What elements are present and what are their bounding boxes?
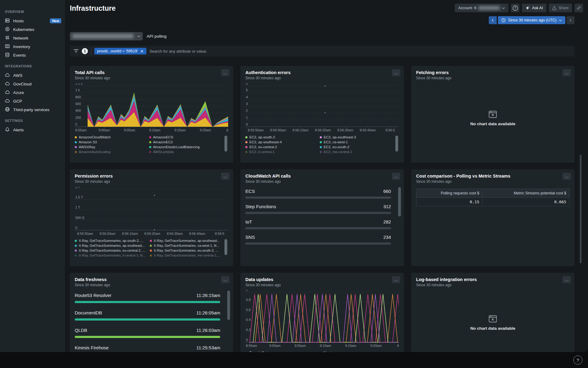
sidebar-item-hosts[interactable]: Hosts New: [0, 17, 65, 25]
legend-item[interactable]: EC2, ap-south-2: [245, 135, 317, 139]
sidebar-item-label: Inventory: [13, 44, 30, 49]
card-menu-button[interactable]: …: [563, 173, 571, 180]
legend-dot: [150, 254, 152, 257]
svg-text:0: 0: [246, 122, 248, 126]
legend-item[interactable]: X-Ray, GetTraceSummaries, ap-southeast..…: [75, 244, 147, 247]
sidebar-item-govcloud[interactable]: GovCloud: [0, 80, 65, 88]
legend-item[interactable]: EC2, eu-central-2: [245, 145, 317, 149]
sidebar-section-settings: SETTINGS: [5, 119, 65, 122]
legend-item[interactable]: X-Ray, GetTraceSummaries, ap-south-2, ..…: [75, 239, 147, 242]
legend-item[interactable]: EC2, eu-south-2: [320, 145, 391, 149]
card-menu-button[interactable]: …: [221, 69, 229, 76]
bar-label: IoT: [245, 219, 252, 224]
legend-item[interactable]: AWSLambda: [149, 150, 221, 154]
sidebar-item-label: Azure: [13, 90, 24, 95]
legend-item[interactable]: EC2, ca-west-1: [320, 140, 391, 144]
legend-label: AWSXRay: [79, 145, 95, 149]
legend-scrollbar-thumb[interactable]: [395, 136, 398, 152]
search-input[interactable]: [149, 49, 571, 54]
sidebar-item-alerts[interactable]: Alerts: [0, 126, 65, 134]
legend-label: EC2, ap-southeast-3: [324, 135, 356, 139]
sidebar-item-gcp[interactable]: GCP: [0, 97, 65, 105]
legend-dot: [75, 151, 77, 153]
legend-item[interactable]: AmazonECS: [149, 135, 221, 139]
account-dropdown[interactable]: Account: 6: [455, 4, 508, 12]
legend-label: X-Ray, GetTraceSummaries, ap-south-2, ..…: [79, 239, 143, 242]
sidebar-item-kubernetes[interactable]: Kubernetes: [0, 25, 65, 34]
legend-item[interactable]: AmazonEC2: [149, 140, 221, 144]
card-scrollbar-thumb[interactable]: [227, 291, 230, 320]
legend-item[interactable]: AmazonCloudWatch: [75, 135, 146, 139]
chevron-down-icon: [559, 19, 562, 21]
card-menu-button[interactable]: …: [221, 173, 229, 180]
legend-item[interactable]: AmazonElasticLoadBalancing: [149, 145, 221, 149]
legend-scrollbar-thumb[interactable]: [224, 136, 227, 152]
legend-item[interactable]: X-Ray, GetTraceSummaries, ca-west-1, N..…: [150, 244, 222, 247]
card-subtitle: Since 30 minutes ago: [75, 179, 228, 184]
legend-dot: [150, 240, 152, 242]
sidebar-item-inventory[interactable]: Inventory: [0, 42, 65, 51]
sidebar-item-network[interactable]: Network: [0, 34, 65, 42]
legend-item[interactable]: Amazon S3: [75, 140, 146, 144]
sidebar-item-label: Network: [13, 36, 28, 40]
legend-dot: [75, 245, 77, 247]
legend-item[interactable]: X-Ray, GetTraceSummaries, eu-south-2, ..…: [150, 249, 222, 252]
sidebar-item-aws[interactable]: AWS: [0, 71, 65, 80]
share-button[interactable]: Share: [549, 4, 572, 12]
legend-item[interactable]: X-Ray, GetTraceSummaries, me-central-1,.…: [150, 253, 222, 257]
page-scrollbar-thumb[interactable]: [580, 155, 582, 263]
legend-item[interactable]: EC2, ap-southeast-3: [320, 135, 391, 139]
app-root: OVERVIEW Hosts New Kubernetes Network In…: [0, 0, 588, 368]
legend-item[interactable]: AWSXRay: [75, 145, 146, 149]
legend-item[interactable]: AmazonAutoScaling: [75, 150, 146, 154]
legend-item[interactable]: X-Ray, GetTraceSummaries, eu-central-2, …: [75, 249, 147, 252]
filter-chip[interactable]: provid...ountId = '59519' ✕: [94, 48, 146, 54]
card-menu-button[interactable]: …: [392, 276, 400, 283]
scope-dropdown[interactable]: [70, 32, 143, 40]
card-menu-button[interactable]: …: [392, 173, 400, 180]
dashboard-grid: Total API calls Since 30 minutes ago … 1…: [70, 66, 575, 352]
card-scrollbar-thumb[interactable]: [398, 187, 401, 216]
legend-label: X-Ray, GetTraceSummaries, ca-west-1, N..…: [154, 244, 219, 247]
no-chart-data-icon: [489, 111, 497, 118]
time-range-dropdown[interactable]: Since 30 minutes ago (UTC): [498, 16, 565, 24]
legend-item[interactable]: X-Ray, GetTraceSummaries, ap-southeast..…: [150, 239, 222, 242]
time-prev-button[interactable]: [489, 16, 497, 24]
sidebar-item-label: Hosts: [13, 19, 24, 23]
filter-icon[interactable]: [74, 49, 79, 53]
filter-chip-label: provid...ountId = '59519': [97, 49, 138, 53]
permission-errors-legend: X-Ray, GetTraceSummaries, ap-south-2, ..…: [75, 239, 228, 257]
card-menu-button[interactable]: …: [221, 276, 229, 283]
chip-close-icon[interactable]: ✕: [140, 49, 144, 53]
sidebar-item-events[interactable]: Events: [0, 51, 65, 59]
ask-ai-button[interactable]: Ask AI: [522, 4, 546, 12]
time-next-button[interactable]: [567, 16, 575, 24]
sidebar-item-label: Kubernetes: [13, 27, 34, 32]
svg-text:500 G: 500 G: [75, 216, 85, 220]
legend-item[interactable]: X-Ray, GetTraceSummaries, il-central-1, …: [75, 253, 147, 257]
card-title: Cost comparison - Polling vs Metric Stre…: [416, 174, 570, 178]
sidebar-item-azure[interactable]: Azure: [0, 88, 65, 97]
cloud-icon: [5, 90, 10, 96]
bar-value: 660: [383, 189, 391, 194]
legend-dot: [149, 141, 151, 143]
copy-link-button[interactable]: [575, 4, 583, 12]
card-title: Log-based integration errors: [416, 277, 570, 282]
legend-scrollbar-thumb[interactable]: [224, 239, 227, 255]
help-button[interactable]: ?: [511, 4, 519, 12]
card-menu-button[interactable]: …: [392, 69, 400, 76]
card-menu-button[interactable]: …: [563, 69, 571, 76]
footer-help-button[interactable]: ?: [573, 355, 582, 365]
svg-text:9:05am: 9:05am: [295, 344, 306, 347]
legend-item[interactable]: EC2, il-central-1: [245, 150, 317, 154]
freshness-bar: [75, 318, 220, 321]
legend-dot: [320, 141, 322, 143]
card-menu-button[interactable]: …: [563, 276, 571, 283]
svg-text:8:55am: 8:55am: [75, 128, 87, 132]
sidebar-item-third-party[interactable]: Third-party services: [0, 105, 65, 114]
legend-label: X-Ray, GetTraceSummaries, ap-southeast..…: [79, 244, 145, 247]
cloudwatch-bar-list: ECS 660 Step Functions 312: [245, 189, 399, 250]
legend-item[interactable]: EC2, me-central-1: [320, 150, 391, 154]
legend-label: AmazonECS: [153, 135, 173, 139]
legend-item[interactable]: EC2, ap-southeast-4: [245, 140, 317, 144]
